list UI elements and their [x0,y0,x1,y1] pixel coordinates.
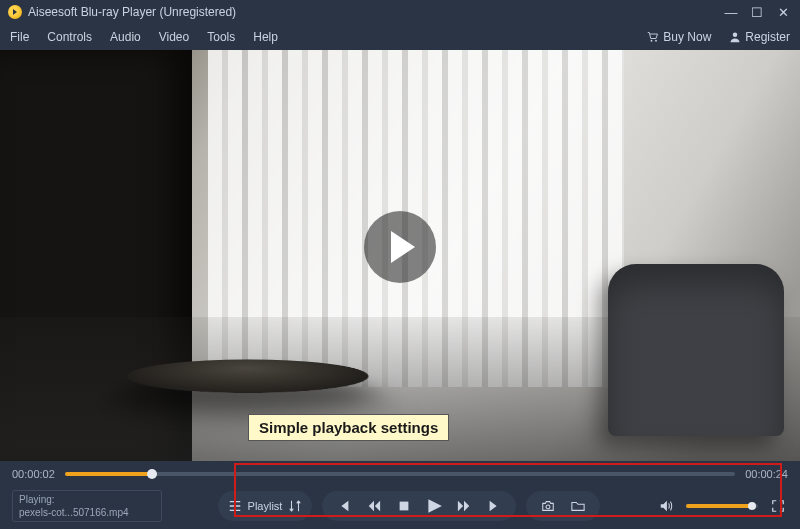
menu-help[interactable]: Help [253,30,278,44]
menu-tools[interactable]: Tools [207,30,235,44]
minimize-button[interactable]: — [722,5,740,20]
title-bar: Aiseesoft Blu-ray Player (Unregistered) … [0,0,800,24]
menu-bar: File Controls Audio Video Tools Help Buy… [0,24,800,50]
svg-rect-3 [400,502,409,511]
svg-point-4 [546,505,550,509]
playlist-label: Playlist [248,500,283,512]
control-bar: Playing: pexels-cot...507166.mp4 Playlis… [0,487,800,529]
app-logo-icon [8,5,22,19]
camera-icon [541,499,555,513]
now-playing-filename: pexels-cot...507166.mp4 [19,506,155,519]
menu-file[interactable]: File [10,30,29,44]
transport-controls [322,491,516,521]
rewind-button[interactable] [364,496,384,516]
playlist-button[interactable]: Playlist [218,491,313,521]
close-button[interactable]: ✕ [774,5,792,20]
register-button[interactable]: Register [729,30,790,44]
register-label: Register [745,30,790,44]
volume-slider[interactable] [686,504,758,508]
fast-forward-icon [457,499,471,513]
svg-point-0 [651,39,653,41]
play-button[interactable] [424,496,444,516]
snapshot-button[interactable] [538,496,558,516]
seek-bar[interactable] [65,472,735,476]
rewind-icon [367,499,381,513]
current-time: 00:00:02 [12,468,55,480]
capture-controls [526,491,600,521]
speaker-icon [659,499,673,513]
menu-controls[interactable]: Controls [47,30,92,44]
cart-icon [647,31,659,43]
skip-previous-icon [337,499,351,513]
fullscreen-button[interactable] [768,496,788,516]
menu-audio[interactable]: Audio [110,30,141,44]
video-frame-decor [608,264,784,437]
buy-now-label: Buy Now [663,30,711,44]
total-duration: 00:00:24 [745,468,788,480]
folder-icon [571,499,585,513]
volume-button[interactable] [656,496,676,516]
user-icon [729,31,741,43]
svg-point-2 [733,32,738,37]
fullscreen-icon [771,499,785,513]
buy-now-button[interactable]: Buy Now [647,30,711,44]
menu-video[interactable]: Video [159,30,189,44]
previous-button[interactable] [334,496,354,516]
maximize-button[interactable]: ☐ [748,5,766,20]
list-icon [228,499,242,513]
app-window: Aiseesoft Blu-ray Player (Unregistered) … [0,0,800,529]
skip-next-icon [487,499,501,513]
video-area[interactable] [0,50,800,461]
progress-row: 00:00:02 00:00:24 [0,461,800,487]
open-folder-button[interactable] [568,496,588,516]
now-playing-panel: Playing: pexels-cot...507166.mp4 [12,490,162,522]
window-title: Aiseesoft Blu-ray Player (Unregistered) [28,5,236,19]
svg-point-1 [655,39,657,41]
play-overlay-button[interactable] [364,211,436,283]
fast-forward-button[interactable] [454,496,474,516]
annotation-callout: Simple playback settings [248,414,449,441]
stop-icon [397,499,411,513]
now-playing-label: Playing: [19,493,155,506]
sort-icon [288,499,302,513]
next-button[interactable] [484,496,504,516]
play-icon [425,497,443,515]
stop-button[interactable] [394,496,414,516]
